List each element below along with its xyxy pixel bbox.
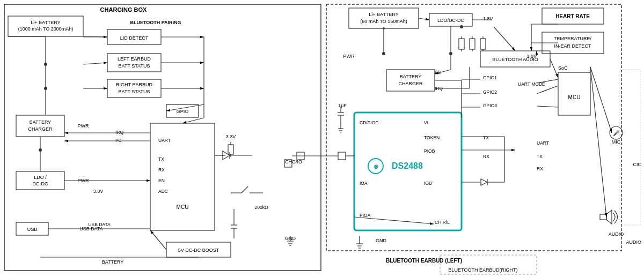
tx-uart-label: TX bbox=[537, 154, 543, 159]
soc-label: SoC bbox=[558, 65, 568, 71]
pwr-label-left: PWR bbox=[78, 123, 89, 129]
svg-line-129 bbox=[590, 67, 606, 217]
mic-label: MIC bbox=[612, 139, 621, 145]
svg-line-71 bbox=[419, 18, 429, 20]
svg-rect-58 bbox=[349, 8, 419, 28]
svg-point-16 bbox=[44, 87, 47, 90]
svg-marker-86 bbox=[481, 179, 487, 185]
heart-rate-label: HEART RATE bbox=[555, 13, 590, 19]
svg-point-118 bbox=[460, 25, 463, 28]
svg-rect-97 bbox=[459, 39, 464, 49]
svg-point-119 bbox=[383, 27, 385, 29]
diagram-container: CHARGING BOX Li+ BATTERY (1000 mAh TO 20… bbox=[0, 0, 644, 277]
svg-marker-68 bbox=[606, 210, 612, 224]
ldo-left-line1: LDO / bbox=[34, 175, 47, 180]
i2c-label-left: I²C bbox=[115, 138, 121, 143]
pwr-label-right: PWR bbox=[343, 54, 355, 59]
svg-line-83 bbox=[537, 86, 558, 94]
svg-rect-69 bbox=[600, 214, 606, 220]
audio-label: AUDIO bbox=[609, 231, 624, 237]
svg-rect-114 bbox=[338, 152, 346, 160]
earbud-left-label: BLUETOOTH EARBUD (LEFT) bbox=[386, 258, 462, 264]
iob-label: IOB bbox=[424, 181, 432, 186]
resistor-label: 200kΩ bbox=[255, 205, 268, 210]
mcu-left-label: MCU bbox=[177, 204, 189, 210]
svg-line-26 bbox=[182, 118, 204, 123]
svg-rect-56 bbox=[326, 4, 621, 251]
left-earbud-line1: LEFT EARBUD bbox=[118, 56, 151, 62]
svg-rect-103 bbox=[480, 39, 486, 49]
gpio2-label: GPIO2 bbox=[483, 89, 497, 95]
gpio-label: GPIO bbox=[177, 109, 189, 114]
pioa-label: PIOA bbox=[360, 213, 371, 218]
mcu-rx-label: RX bbox=[158, 167, 165, 173]
battery-charger-right-line2: CHARGER bbox=[398, 81, 423, 86]
mcu-uart-label: UART bbox=[158, 138, 171, 143]
cdpioc-label: CD/PIOC bbox=[360, 120, 378, 125]
3v3-label-left: 3.3V bbox=[93, 189, 104, 194]
irq-label-left: IRQ bbox=[115, 130, 124, 135]
vl-label: VL bbox=[424, 120, 430, 125]
gnd-label-right: GND bbox=[376, 238, 387, 243]
svg-point-30 bbox=[39, 148, 42, 152]
tx-label-right: TX bbox=[483, 135, 489, 140]
1v8-label-ldo: 1.8V bbox=[483, 16, 493, 21]
battery-right-line2: (60 mAh TO 150mAh) bbox=[360, 19, 407, 24]
mcu-adc-label: ADC bbox=[158, 189, 168, 194]
ix-logo: ⊗ bbox=[374, 163, 378, 170]
right-earbud-line1: RIGHT EARBUD bbox=[116, 82, 152, 87]
piob-label: PIOB bbox=[424, 148, 435, 154]
battery-charger-right-line1: BATTERY bbox=[400, 74, 422, 79]
lid-detect-label: LID DETECT bbox=[120, 35, 149, 41]
usb-data-wire-label: USB DATA bbox=[88, 222, 111, 227]
svg-line-122 bbox=[494, 27, 515, 51]
svg-rect-10 bbox=[16, 115, 64, 137]
svg-line-121 bbox=[354, 217, 434, 224]
ldo-left-line2: DC-DC bbox=[33, 181, 48, 186]
rx-uart-label: RX bbox=[537, 166, 543, 171]
battery-charger-left-line1: BATTERY bbox=[30, 119, 52, 125]
uart-label-right: UART bbox=[537, 140, 549, 146]
ioa-label: IOA bbox=[360, 181, 368, 186]
gpio1-label: GPIO1 bbox=[483, 75, 497, 80]
chrl-label: CH R/L bbox=[435, 220, 450, 225]
mcu-right-label: MCU bbox=[568, 94, 581, 100]
right-earbud-line2: BATT STATUS bbox=[119, 89, 150, 94]
svg-point-120 bbox=[449, 52, 452, 55]
token-label: TOKEN bbox=[424, 135, 440, 140]
svg-line-84 bbox=[537, 106, 558, 107]
audio-label2: AUDIO bbox=[626, 239, 641, 245]
1v8-label-right: 1.8V bbox=[526, 54, 537, 59]
svg-point-117 bbox=[382, 52, 385, 55]
boost-label: 5V DC-DC BOOST bbox=[178, 248, 219, 253]
svg-line-42 bbox=[241, 186, 248, 193]
mcu-en-label: EN bbox=[158, 178, 165, 183]
bluetooth-pairing-label: BLUETOOTH PAIRING bbox=[130, 20, 181, 25]
ldo-right-label: LDO/DC-DC bbox=[437, 18, 465, 23]
gpio3-label: GPIO3 bbox=[483, 103, 497, 108]
circuit-diagram: CHARGING BOX Li+ BATTERY (1000 mAh TO 20… bbox=[0, 0, 644, 277]
battery-charger-left-line2: CHARGER bbox=[28, 126, 53, 132]
left-earbud-line2: BATT STATUS bbox=[119, 63, 150, 69]
svg-rect-49 bbox=[228, 145, 233, 154]
3v3-label-top: 3.3V bbox=[226, 134, 236, 139]
svg-rect-130 bbox=[620, 70, 640, 225]
charging-box-label: CHARGING BOX bbox=[100, 6, 147, 13]
battery-left-line2: (1000 mAh TO 2000mAh) bbox=[18, 26, 74, 32]
earbud-right-label: BLUETOOTH EARBUD(RIGHT) bbox=[449, 267, 518, 273]
mcu-tx-label: TX bbox=[158, 156, 164, 162]
battery-left-line1: Li+ BATTERY bbox=[31, 20, 60, 25]
svg-line-127 bbox=[550, 59, 558, 78]
usb-label: USB bbox=[27, 227, 38, 232]
temp-line2: IN-EAR DETECT bbox=[554, 43, 591, 49]
svg-rect-64 bbox=[558, 72, 590, 115]
battery-label-bottom: BATTERY bbox=[102, 259, 124, 265]
svg-line-36 bbox=[150, 230, 166, 250]
1uf-label: 1µF bbox=[338, 103, 347, 108]
mic-icon: 🎤 bbox=[613, 130, 620, 137]
svg-rect-100 bbox=[470, 39, 475, 49]
battery-right-line1: Li+ BATTERY bbox=[369, 12, 398, 17]
svg-point-15 bbox=[44, 63, 47, 66]
svg-line-19 bbox=[83, 63, 107, 64]
svg-rect-60 bbox=[386, 70, 435, 91]
